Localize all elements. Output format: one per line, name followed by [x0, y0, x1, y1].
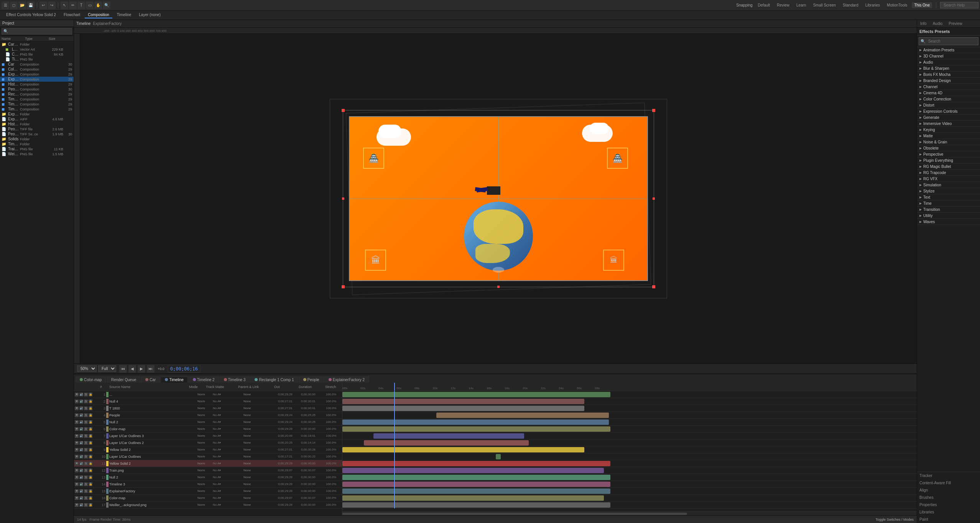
timeline-tab-4[interactable]: Timeline 2: [189, 377, 219, 383]
audio-toggle-16[interactable]: 🔊: [79, 503, 83, 507]
effects-section-header-9[interactable]: ▶ Distort: [917, 102, 980, 108]
track-7[interactable]: [342, 439, 917, 446]
solo-toggle-10[interactable]: S: [84, 462, 88, 465]
workspace-libraries[interactable]: Libraries: [863, 2, 882, 8]
timeline-tab-3[interactable]: Timeline: [161, 377, 187, 383]
workspace-motiontools[interactable]: MotionTools: [885, 2, 909, 8]
solo-toggle-15[interactable]: S: [84, 496, 88, 500]
handle-tr[interactable]: [652, 109, 655, 112]
effects-section-header-10[interactable]: ▶ Expression Controls: [917, 109, 980, 114]
pen-tool[interactable]: ✏: [69, 2, 77, 9]
bottom-panel-5[interactable]: Libraries: [917, 508, 980, 516]
track-11[interactable]: [342, 467, 917, 474]
effects-section-2[interactable]: ▶ Audio: [917, 59, 980, 66]
project-item-6[interactable]: ◼ Explain...ctory Composition 29: [0, 72, 74, 77]
audio-toggle-14[interactable]: 🔊: [79, 489, 83, 493]
timeline-tab-1[interactable]: Render Queue: [107, 377, 141, 383]
track-bar-4[interactable]: [342, 419, 609, 425]
menu-button[interactable]: ☰: [2, 2, 9, 9]
solo-toggle-11[interactable]: S: [84, 469, 88, 472]
audio-toggle-2[interactable]: 🔊: [79, 406, 83, 410]
flowchart-tab[interactable]: Flowchart: [61, 12, 83, 18]
project-item-9[interactable]: ◼ People Composition 30: [0, 87, 74, 92]
effects-section-11[interactable]: ▶ Generate: [917, 115, 980, 121]
effects-section-3[interactable]: ▶ Blur & Sharpen: [917, 66, 980, 72]
effects-search-input[interactable]: [927, 38, 977, 44]
audio-toggle-10[interactable]: 🔊: [79, 462, 83, 465]
effect-controls-tab[interactable]: Effect Controls Yellow Solid 2: [3, 12, 59, 18]
audio-tab[interactable]: Audio: [930, 20, 946, 27]
project-item-4[interactable]: ◼ Car Composition 30: [0, 62, 74, 67]
audio-toggle-11[interactable]: 🔊: [79, 469, 83, 472]
toggle-switches[interactable]: Toggle Switches / Modes: [875, 518, 914, 521]
effects-section-header-5[interactable]: ▶ Branded Design: [917, 78, 980, 84]
effects-section-10[interactable]: ▶ Expression Controls: [917, 109, 980, 115]
vis-toggle-11[interactable]: 👁: [75, 469, 79, 472]
lock-toggle-11[interactable]: 🔒: [89, 469, 92, 472]
track-bar-3[interactable]: [436, 413, 609, 418]
effects-section-header-17[interactable]: ▶ Perspective: [917, 151, 980, 157]
track-3[interactable]: [342, 412, 917, 419]
effects-section-18[interactable]: ▶ Plugin Everything: [917, 158, 980, 164]
solo-toggle-0[interactable]: S: [84, 393, 88, 396]
layer-row-1[interactable]: 👁 🔊 S 🔒 2 Null 4 Norm No A▾ None 0;00;27…: [74, 398, 342, 405]
track-bar-6[interactable]: [373, 433, 524, 439]
audio-toggle-5[interactable]: 🔊: [79, 427, 83, 431]
effects-section-header-2[interactable]: ▶ Audio: [917, 59, 980, 65]
lock-toggle-2[interactable]: 🔒: [89, 406, 92, 410]
track-4[interactable]: [342, 419, 917, 426]
effects-section-header-26[interactable]: ▶ Transition: [917, 207, 980, 212]
track-8[interactable]: [342, 446, 917, 453]
lock-toggle-13[interactable]: 🔒: [89, 482, 92, 486]
project-item-20[interactable]: 📁 Timeline 2 Layers Folder: [0, 141, 74, 146]
layer-row-11[interactable]: 👁 🔊 S 🔒 12 Train.png Norm No A▾ None 0;0…: [74, 467, 342, 474]
track-bar-8[interactable]: [342, 447, 584, 452]
project-item-17[interactable]: 📄 People_0030.tif TIFF file 2.6 MB: [0, 127, 74, 132]
handle-bl[interactable]: [342, 285, 345, 288]
effects-section-24[interactable]: ▶ Text: [917, 194, 980, 201]
effects-section-header-12[interactable]: ▶ Immersive Video: [917, 121, 980, 127]
track-14[interactable]: [342, 488, 917, 495]
undo-button[interactable]: ↩: [39, 2, 47, 9]
workspace-standard[interactable]: Standard: [840, 2, 861, 8]
track-bar-12[interactable]: [342, 475, 610, 480]
layer-row-13[interactable]: 👁 🔊 S 🔒 14 Timeline 3 Norm No A▾ None 0;…: [74, 481, 342, 488]
effects-section-header-18[interactable]: ▶ Plugin Everything: [917, 158, 980, 163]
effects-section-header-22[interactable]: ▶ Simulation: [917, 182, 980, 188]
track-bar-13[interactable]: [342, 482, 610, 487]
layer-row-4[interactable]: 👁 🔊 S 🔒 5 Null 2 Norm No A▾ None 0;00;29…: [74, 419, 342, 426]
track-bar-16[interactable]: [342, 502, 610, 508]
effects-section-header-4[interactable]: ▶ Boris FX Mocha: [917, 72, 980, 77]
audio-toggle-3[interactable]: 🔊: [79, 413, 83, 417]
workspace-default[interactable]: Default: [756, 2, 773, 8]
timeline-tab2[interactable]: Timeline: [114, 12, 134, 18]
lock-toggle-15[interactable]: 🔒: [89, 496, 92, 500]
effects-section-header-25[interactable]: ▶ Time: [917, 201, 980, 206]
timeline-tab-8[interactable]: ExplainerFactory 2: [324, 377, 369, 383]
composition-tab[interactable]: Composition: [85, 12, 112, 18]
lock-toggle-5[interactable]: 🔒: [89, 427, 92, 431]
effects-section-20[interactable]: ▶ RG Trapcode: [917, 170, 980, 176]
project-item-16[interactable]: 📁 History Icon Folder: [0, 122, 74, 127]
layer-row-12[interactable]: 👁 🔊 S 🔒 13 Null 2 Norm No A▾ None 0;00;2…: [74, 474, 342, 481]
effects-section-5[interactable]: ▶ Branded Design: [917, 78, 980, 84]
project-item-15[interactable]: 📄 ExplainerV0.aif AIFF 4.6 MB: [0, 117, 74, 122]
lock-toggle-4[interactable]: 🔒: [89, 420, 92, 424]
layer-row-9[interactable]: 👁 🔊 S 🔒 10 Layer 1/Car Outlines Norm No …: [74, 453, 342, 460]
save-button[interactable]: 💾: [27, 2, 35, 9]
vis-toggle-9[interactable]: 👁: [75, 455, 79, 459]
layer-row-7[interactable]: 👁 🔊 S 🔒 8 Layer 1/Car Outlines 2 Norm No…: [74, 439, 342, 446]
track-bar-1[interactable]: [342, 399, 584, 404]
effects-section-19[interactable]: ▶ RG Magic Bullet: [917, 164, 980, 170]
bottom-panel-2[interactable]: Align: [917, 487, 980, 494]
effects-section-9[interactable]: ▶ Distort: [917, 102, 980, 109]
project-item-14[interactable]: 📁 Explain...tory Layers Folder: [0, 112, 74, 117]
lock-toggle-9[interactable]: 🔒: [89, 455, 92, 459]
bottom-panel-6[interactable]: Paint: [917, 516, 980, 523]
track-bar-14[interactable]: [342, 488, 610, 494]
track-bar-7[interactable]: [364, 440, 529, 446]
lock-toggle-3[interactable]: 🔒: [89, 413, 92, 417]
effects-section-header-8[interactable]: ▶ Color Correction: [917, 96, 980, 102]
lock-toggle-1[interactable]: 🔒: [89, 400, 92, 403]
layer-tab[interactable]: Layer (none): [136, 12, 164, 18]
